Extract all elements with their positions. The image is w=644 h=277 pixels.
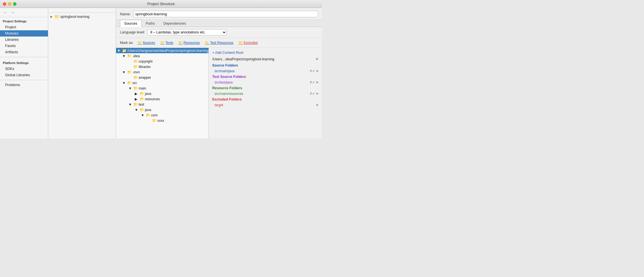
ftree-wrapper-label: wrapper	[139, 76, 151, 80]
ftree-idea[interactable]: ▼ 📁 .idea	[116, 53, 209, 59]
sidebar-item-project[interactable]: Project	[0, 24, 48, 30]
ftree-main-java-label: java	[145, 92, 151, 96]
ftree-copyright-label: copyright	[139, 59, 153, 63]
tabs-row: Sources Paths Dependencies	[116, 20, 322, 27]
name-input[interactable]	[133, 11, 318, 17]
source-folders-heading: Source Folders	[212, 63, 319, 67]
add-module-button[interactable]	[50, 10, 52, 11]
remove-module-button[interactable]	[54, 10, 56, 11]
name-label: Name:	[120, 12, 131, 16]
split-content: ▼ 📁 /Users/zhangnannan/ideaProjects/spri…	[116, 48, 322, 138]
ftree-folder-test: 📁	[133, 102, 138, 106]
mark-test-resources-button[interactable]: 📁 Test Resources	[204, 40, 235, 45]
ftree-root[interactable]: ▼ 📁 /Users/zhangnannan/ideaProjects/spri…	[116, 48, 209, 53]
sidebar-item-facets[interactable]: Facets	[0, 43, 48, 49]
language-level-label: Language level:	[120, 30, 145, 34]
ftree-main[interactable]: ▼ 📁 main	[116, 86, 209, 91]
ftree-src-label: src	[132, 81, 137, 85]
test-resources-folder-icon: 📁	[205, 41, 209, 45]
ftree-main-label: main	[139, 86, 146, 90]
resource-folder-actions: P↗ ✕	[310, 92, 319, 96]
tree-arrow-icon: ▶	[50, 15, 53, 18]
test-source-folder-remove-button[interactable]: ✕	[316, 80, 319, 84]
ftree-main-resources[interactable]: ▶ 📁 resources	[116, 96, 209, 102]
ftree-arrow-src: ▼	[122, 81, 126, 85]
excluded-folder-icon: 📁	[239, 41, 243, 45]
source-folder-edit-button[interactable]: P↗	[310, 69, 315, 73]
close-window-button[interactable]	[3, 2, 6, 6]
name-row: Name:	[116, 8, 322, 20]
excluded-folders-heading: Excluded Folders	[212, 97, 319, 101]
ftree-com[interactable]: ▼ 📁 com	[116, 112, 209, 118]
source-folder-entry: src/main/java P↗ ✕	[212, 69, 319, 74]
test-source-folder-path: src/test/java	[214, 80, 233, 84]
mark-as-label: Mark as:	[120, 41, 134, 45]
module-tree-root[interactable]: ▶ 📁 springboot-learning	[48, 14, 116, 20]
mark-tests-button[interactable]: 📁 Tests	[159, 40, 174, 45]
forward-button[interactable]: →	[10, 10, 16, 15]
window-controls	[3, 2, 16, 6]
ftree-folder-idea: 📁	[127, 54, 132, 58]
sources-folder-icon: 📁	[138, 41, 142, 45]
remove-content-root-button[interactable]: ✕	[315, 57, 319, 61]
ftree-folder-xxxx: 📁	[152, 118, 157, 123]
titlebar: Project Structure	[0, 0, 322, 8]
ftree-arrow-main: ▼	[129, 86, 132, 90]
language-level-row: Language level: 8 – Lambdas, type annota…	[116, 27, 322, 38]
tab-paths[interactable]: Paths	[142, 20, 159, 27]
mark-sources-button[interactable]: 📁 Sources	[136, 40, 156, 45]
language-level-select[interactable]: 8 – Lambdas, type annotations etc.	[147, 29, 227, 35]
content-root-path-row: /Users…ideaProjects/springboot-learning …	[212, 57, 319, 61]
back-button[interactable]: ←	[2, 10, 9, 15]
ftree-arrow-test: ▼	[129, 103, 132, 106]
resource-folder-remove-button[interactable]: ✕	[316, 92, 319, 96]
module-name: springboot-learning	[60, 15, 90, 19]
ftree-arrow-main-java: ▶	[135, 92, 139, 96]
ftree-libraries-label: libraries	[139, 65, 151, 69]
sidebar-item-libraries[interactable]: Libraries	[0, 37, 48, 43]
ftree-test-java-label: java	[145, 108, 151, 112]
mark-excluded-button[interactable]: 📁 Excluded	[237, 40, 259, 45]
sidebar-item-problems[interactable]: Problems	[0, 82, 48, 88]
ftree-main-java[interactable]: ▶ 📁 java	[116, 91, 209, 96]
ftree-folder-test-java: 📁	[140, 108, 144, 112]
ftree-src[interactable]: ▼ 📁 src	[116, 80, 209, 86]
source-folder-remove-button[interactable]: ✕	[316, 69, 319, 73]
ftree-folder-wrapper: 📁	[133, 75, 138, 80]
platform-settings-label: Platform Settings	[0, 59, 48, 66]
ftree-libraries[interactable]: 📁 libraries	[116, 64, 209, 69]
ftree-wrapper[interactable]: 📁 wrapper	[116, 75, 209, 80]
ftree-arrow-mvn: ▼	[122, 70, 126, 74]
ftree-arrow-idea: ▼	[122, 54, 126, 58]
ftree-com-label: com	[151, 113, 158, 117]
copy-module-button[interactable]	[57, 10, 59, 11]
sidebar-divider-2	[0, 80, 48, 80]
test-source-folder-entry: src/test/java P↗ ✕	[212, 80, 319, 85]
sidebar-item-artifacts[interactable]: Artifacts	[0, 49, 48, 55]
project-settings-label: Project Settings	[0, 17, 48, 24]
add-content-root-button[interactable]: + Add Content Root	[212, 51, 319, 55]
ftree-mvn-label: .mvn	[132, 70, 140, 74]
ftree-test-java[interactable]: ▼ 📁 java	[116, 107, 209, 112]
ftree-test[interactable]: ▼ 📁 test	[116, 102, 209, 107]
ftree-xxxx[interactable]: 📁 xxxx	[116, 118, 209, 123]
tab-dependencies[interactable]: Dependencies	[159, 20, 190, 27]
sidebar-item-global-libraries[interactable]: Global Libraries	[0, 72, 48, 78]
module-tree-toolbar	[48, 8, 116, 13]
sidebar-item-sdks[interactable]: SDKs	[0, 66, 48, 72]
ftree-root-path: /Users/zhangnannan/ideaProjects/springbo…	[127, 49, 209, 53]
minimize-window-button[interactable]	[8, 2, 11, 6]
excluded-folder-remove-button[interactable]: ✕	[316, 103, 319, 107]
file-tree-area: ▼ 📁 /Users/zhangnannan/ideaProjects/spri…	[116, 48, 209, 138]
ftree-copyright[interactable]: 📁 copyright	[116, 59, 209, 64]
mark-resources-button[interactable]: 📁 Resources	[177, 40, 201, 45]
resource-folder-edit-button[interactable]: P↗	[310, 92, 315, 96]
tab-sources[interactable]: Sources	[120, 20, 142, 27]
ftree-mvn[interactable]: ▼ 📁 .mvn	[116, 69, 209, 75]
module-tree-panel: ▶ 📁 springboot-learning	[48, 8, 116, 138]
ftree-folder-main: 📁	[133, 86, 138, 90]
window-title: Project Structure	[147, 2, 175, 6]
maximize-window-button[interactable]	[13, 2, 16, 6]
test-source-folder-edit-button[interactable]: P↗	[310, 81, 315, 84]
sidebar-item-modules[interactable]: Modules	[0, 30, 48, 37]
